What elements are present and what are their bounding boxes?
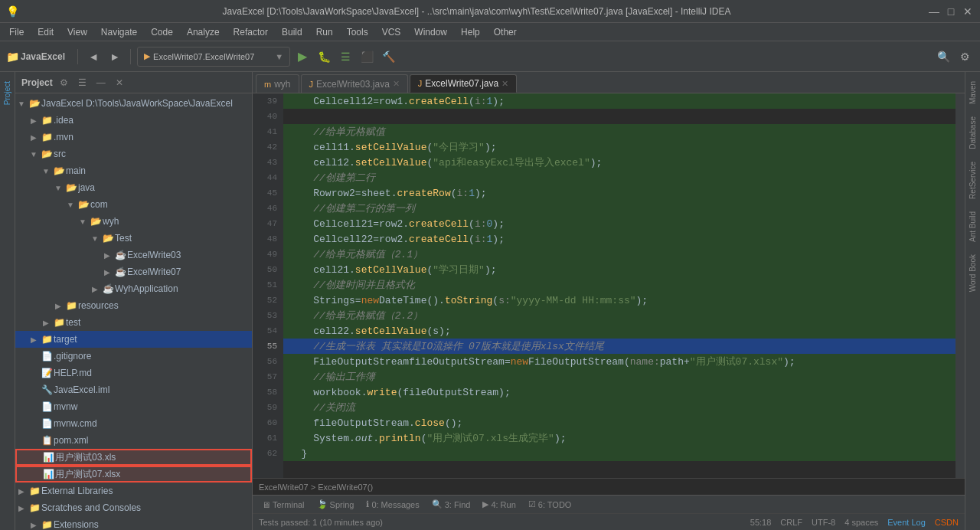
right-tab-Ant-Build[interactable]: Ant Build xyxy=(967,205,978,248)
search-everywhere-button[interactable]: 🔍 xyxy=(934,47,952,66)
line-number-61: 61 xyxy=(253,430,283,446)
tree-item-JavaExcel.iml[interactable]: 🔧JavaExcel.iml xyxy=(15,381,252,398)
editor-tab-wyh[interactable]: m wyh xyxy=(256,74,299,93)
menu-item-other[interactable]: Other xyxy=(488,25,523,39)
tree-item-wyh[interactable]: ▼📂wyh xyxy=(15,213,252,230)
menu-item-refactor[interactable]: Refactor xyxy=(227,25,274,39)
line-number-45: 45 xyxy=(253,185,283,201)
app-icon: 💡 xyxy=(6,5,19,18)
tree-item-.idea[interactable]: ▶📁.idea xyxy=(15,112,252,129)
bottom-tab-Terminal[interactable]: 🖥Terminal xyxy=(259,496,308,513)
tree-item-External Libraries[interactable]: ▶📁External Libraries xyxy=(15,483,252,499)
right-tab-Maven[interactable]: Maven xyxy=(967,75,978,110)
tab-icon: m xyxy=(264,80,271,89)
tree-icon-ExcelWrite03: ☕ xyxy=(113,248,127,262)
editor-tab-ExcelWrite07-java[interactable]: J ExcelWrite07.java✕ xyxy=(410,74,517,93)
tree-item-mvnw.cmd[interactable]: 📄mvnw.cmd xyxy=(15,415,252,432)
menu-item-run[interactable]: Run xyxy=(310,25,339,39)
tree-label-com: com xyxy=(90,199,249,210)
menu-item-vcs[interactable]: VCS xyxy=(376,25,407,39)
right-tab-RetService[interactable]: RetService xyxy=(967,155,978,205)
tab-label: ExcelWrite07.java xyxy=(425,78,498,89)
tree-item-main[interactable]: ▼📂main xyxy=(15,162,252,179)
tree-item-.gitignore[interactable]: 📄.gitignore xyxy=(15,348,252,365)
csdn-logo: CSDN xyxy=(935,518,959,527)
status-right: 55:18 CRLF UTF-8 4 spaces Event Log CSDN xyxy=(750,518,959,527)
bottom-tab-Spring[interactable]: 🍃Spring xyxy=(314,496,358,513)
debug-button[interactable]: 🐛 xyxy=(315,47,333,66)
tree-item-Test[interactable]: ▼📂Test xyxy=(15,230,252,247)
coverage-button[interactable]: ☰ xyxy=(336,47,354,66)
minimize-button[interactable]: — xyxy=(928,5,940,18)
project-layout-button[interactable]: ☰ xyxy=(76,76,90,90)
menu-item-help[interactable]: Help xyxy=(455,25,486,39)
build-button[interactable]: 🔨 xyxy=(379,47,397,66)
toolbar-separator-2 xyxy=(130,49,131,64)
tree-item-.mvn[interactable]: ▶📁.mvn xyxy=(15,129,252,146)
run-config-dropdown[interactable]: ▶ ExcelWrite07.ExcelWrite07 ▼ xyxy=(137,47,290,67)
tree-item-用户测试03.xls[interactable]: 📊用户测试03.xls xyxy=(15,449,252,466)
code-area[interactable]: Cell cell12 = row1.createCell(i: 1); //给… xyxy=(283,93,956,478)
tree-item-Extensions[interactable]: ▶📁Extensions xyxy=(15,516,252,530)
tree-item-用户测试07.xlsx[interactable]: 📊用户测试07.xlsx xyxy=(15,466,252,483)
tree-item-target[interactable]: ▶📁target xyxy=(15,331,252,348)
titlebar: 💡 JavaExcel [D:\Tools\JavaWorkSpace\Java… xyxy=(0,0,980,23)
menu-item-navigate[interactable]: Navigate xyxy=(95,25,143,39)
tree-icon-WyhApplication: ☕ xyxy=(101,282,115,296)
tree-item-HELP.md[interactable]: 📝HELP.md xyxy=(15,365,252,381)
tab-close[interactable]: ✕ xyxy=(393,79,400,89)
code-line-45: Row row2=sheet.createRow(i: 1); xyxy=(283,185,956,201)
tree-item-pom.xml[interactable]: 📋pom.xml xyxy=(15,432,252,449)
bottom-tab----Messages[interactable]: ℹ0: Messages xyxy=(363,496,422,513)
project-label: JavaExcel xyxy=(21,51,65,62)
bottom-tab----Run[interactable]: ▶4: Run xyxy=(479,496,518,513)
tab-close[interactable]: ✕ xyxy=(501,79,508,89)
editor-tab-ExcelWrite03-java[interactable]: J ExcelWrite03.java✕ xyxy=(301,74,408,93)
tree-item-resources[interactable]: ▶📁resources xyxy=(15,297,252,314)
tree-item-Scratches[interactable]: ▶📁Scratches and Consoles xyxy=(15,499,252,516)
tree-label-test: test xyxy=(66,317,249,328)
run-button[interactable]: ▶ xyxy=(293,47,312,66)
tree-item-WyhApplication[interactable]: ▶☕WyhApplication xyxy=(15,280,252,297)
settings-button[interactable]: ⚙ xyxy=(956,47,974,66)
menu-item-analyze[interactable]: Analyze xyxy=(181,25,226,39)
tree-item-com[interactable]: ▼📂com xyxy=(15,196,252,213)
charset: UTF-8 xyxy=(812,518,835,527)
menu-item-build[interactable]: Build xyxy=(276,25,309,39)
tree-item-JavaExcel[interactable]: ▼📂JavaExcel D:\Tools\JavaWorkSpace\JavaE… xyxy=(15,95,252,112)
tree-item-src[interactable]: ▼📂src xyxy=(15,146,252,162)
project-collapse-button[interactable]: — xyxy=(94,76,108,90)
back-button[interactable]: ◄ xyxy=(84,47,103,66)
project-settings-button[interactable]: ⚙ xyxy=(57,76,71,90)
menu-item-edit[interactable]: Edit xyxy=(31,25,60,39)
tab-label: wyh xyxy=(274,79,290,90)
maximize-button[interactable]: □ xyxy=(945,5,957,18)
menu-item-file[interactable]: File xyxy=(3,25,30,39)
tree-item-ExcelWrite03[interactable]: ▶☕ExcelWrite03 xyxy=(15,247,252,263)
sidebar-tab-project[interactable]: Project xyxy=(2,75,13,111)
indent: 4 spaces xyxy=(844,518,878,527)
tree-arrow-test: ▶ xyxy=(40,319,52,327)
close-button[interactable]: ✕ xyxy=(962,5,974,18)
project-close-button[interactable]: ✕ xyxy=(113,76,126,90)
line-number-42: 42 xyxy=(253,139,283,155)
menu-item-view[interactable]: View xyxy=(61,25,93,39)
event-log[interactable]: Event Log xyxy=(887,518,926,527)
bottom-tab----TODO[interactable]: ☑6: TODO xyxy=(525,496,575,513)
forward-button[interactable]: ► xyxy=(106,47,124,66)
tree-item-java[interactable]: ▼📂java xyxy=(15,179,252,196)
menu-item-code[interactable]: Code xyxy=(145,25,179,39)
tree-item-ExcelWrite07[interactable]: ▶☕ExcelWrite07 xyxy=(15,263,252,280)
tree-icon-mvnw.cmd: 📄 xyxy=(40,417,54,430)
bottom-tab----Find[interactable]: 🔍3: Find xyxy=(429,496,474,513)
stop-button[interactable]: ⬛ xyxy=(358,47,376,66)
bottom-tab-label: 6: TODO xyxy=(538,500,572,509)
tree-arrow-WyhApplication: ▶ xyxy=(89,285,101,293)
menu-item-tools[interactable]: Tools xyxy=(341,25,374,39)
tree-item-mvnw[interactable]: 📄mvnw xyxy=(15,398,252,415)
menu-item-window[interactable]: Window xyxy=(408,25,453,39)
right-tab-Database[interactable]: Database xyxy=(967,110,978,155)
right-tab-Word-Book[interactable]: Word Book xyxy=(967,248,978,298)
tree-item-test[interactable]: ▶📁test xyxy=(15,314,252,331)
tree-arrow-Scratches: ▶ xyxy=(15,504,28,512)
